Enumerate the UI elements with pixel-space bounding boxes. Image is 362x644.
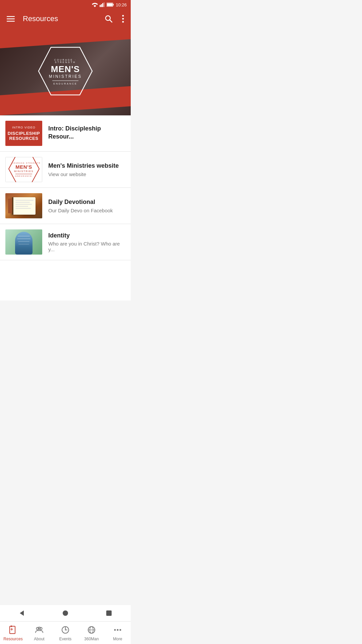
svg-rect-5 [113, 4, 114, 6]
hero-banner: COURAGE · STRENGTH MEN'S MINISTRIES ENDU… [0, 28, 131, 115]
item-content: Intro: Discipleship Resour... [48, 125, 125, 142]
thumb-intro-title: DISCIPLESHIPRESOURCES [8, 131, 40, 141]
svg-rect-8 [7, 18, 15, 19]
resource-list: INTRO VIDEO DISCIPLESHIPRESOURCES Intro:… [0, 115, 131, 301]
mens-badge-thumb: COURAGE·STRENGTH MEN'S MINISTRIES ENDURA… [5, 157, 42, 182]
svg-point-12 [122, 15, 124, 17]
svg-rect-6 [107, 3, 113, 6]
item-subtitle: Our Daily Devo on Facebook [48, 208, 125, 213]
list-item[interactable]: Daily Devotional Our Daily Devo on Faceb… [0, 188, 131, 224]
item-title: Daily Devotional [48, 198, 125, 206]
item-content: Men's Ministries website View our websit… [48, 162, 125, 177]
svg-rect-0 [100, 5, 101, 7]
badge-bottom-text: ENDURANCE [44, 83, 87, 85]
app-bar: Resources [0, 9, 131, 28]
item-thumbnail-finger [5, 229, 42, 255]
item-thumbnail-book [5, 193, 42, 218]
item-title: Intro: Discipleship Resour... [48, 125, 125, 141]
app-bar-actions [103, 13, 125, 24]
overflow-button[interactable] [121, 13, 125, 24]
book-thumb [5, 193, 42, 218]
item-content: Daily Devotional Our Daily Devo on Faceb… [48, 198, 125, 213]
item-subtitle: View our website [48, 171, 125, 177]
status-bar: 10:26 [0, 0, 131, 9]
menu-button[interactable] [5, 13, 16, 24]
item-title: Identity [48, 232, 125, 239]
item-thumbnail-badge: COURAGE·STRENGTH MEN'S MINISTRIES ENDURA… [5, 157, 42, 182]
badge-main-text-1: MEN'S [44, 65, 87, 73]
item-subtitle: Who are you in Christ? Who are y... [48, 241, 125, 252]
battery-icon [107, 2, 114, 7]
svg-rect-9 [7, 21, 15, 22]
clock: 10:26 [116, 2, 127, 7]
finger-thumb [5, 229, 42, 255]
list-item[interactable]: COURAGE·STRENGTH MEN'S MINISTRIES ENDURA… [0, 152, 131, 188]
more-vert-icon [122, 15, 124, 23]
svg-rect-2 [102, 3, 103, 7]
intro-video-thumb: INTRO VIDEO DISCIPLESHIPRESOURCES [5, 121, 42, 146]
thumb-intro-label: INTRO VIDEO [12, 126, 36, 129]
badge-top-text: COURAGE · STRENGTH [44, 59, 87, 63]
search-icon [105, 15, 113, 23]
list-item[interactable]: Identity Who are you in Christ? Who are … [0, 224, 131, 260]
list-item[interactable]: INTRO VIDEO DISCIPLESHIPRESOURCES Intro:… [0, 115, 131, 152]
item-content: Identity Who are you in Christ? Who are … [48, 232, 125, 252]
svg-point-13 [122, 18, 124, 20]
status-icons: 10:26 [92, 2, 127, 7]
item-thumbnail-intro: INTRO VIDEO DISCIPLESHIPRESOURCES [5, 121, 42, 146]
hamburger-icon [7, 15, 15, 23]
search-button[interactable] [103, 13, 114, 24]
wifi-icon [92, 2, 98, 7]
svg-point-14 [122, 21, 124, 23]
page-title: Resources [23, 14, 103, 23]
signal-icon [100, 2, 105, 7]
svg-rect-7 [7, 16, 15, 17]
svg-line-11 [110, 20, 112, 22]
badge-main-text-2: MINISTRIES [44, 74, 87, 79]
mens-ministries-badge: COURAGE · STRENGTH MEN'S MINISTRIES ENDU… [37, 46, 94, 98]
svg-rect-1 [101, 4, 102, 7]
item-title: Men's Ministries website [48, 162, 125, 170]
svg-rect-3 [104, 2, 105, 7]
